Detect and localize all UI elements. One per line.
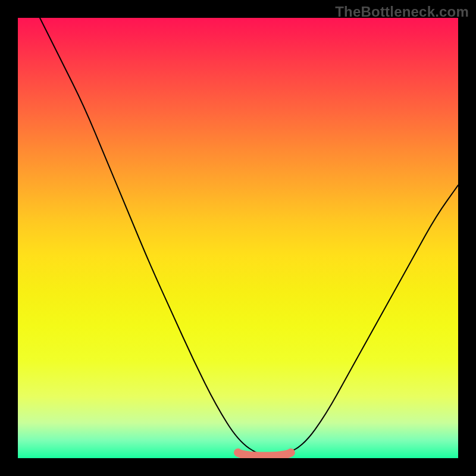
chart-canvas: TheBottleneck.com — [0, 0, 476, 476]
bottleneck-curve — [40, 18, 458, 456]
watermark-text: TheBottleneck.com — [335, 4, 469, 20]
plot-svg — [18, 18, 458, 458]
optimal-range-highlight — [238, 453, 291, 456]
plot-area — [18, 18, 458, 458]
